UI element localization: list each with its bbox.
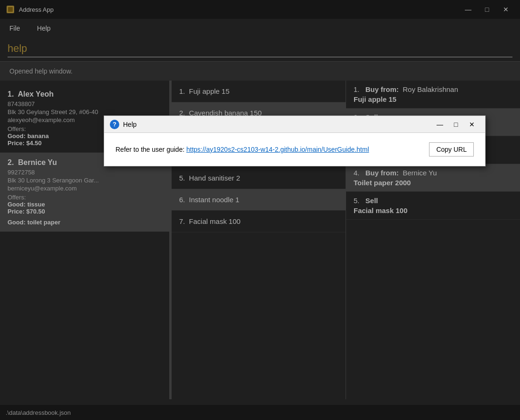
dialog-minimize-button[interactable]: — [432, 118, 447, 131]
dialog-maximize-button[interactable]: □ [448, 118, 463, 131]
dialog-text: Refer to the user guide: https://ay1920s… [116, 146, 421, 153]
help-dialog: ? Help — □ ✕ Refer to the user guide: ht… [104, 115, 486, 166]
dialog-title-left: ? Help [110, 120, 137, 129]
dialog-overlay: ? Help — □ ✕ Refer to the user guide: ht… [0, 0, 520, 420]
dialog-body: Refer to the user guide: https://ay1920s… [104, 133, 485, 166]
help-icon: ? [110, 120, 119, 129]
dialog-title-bar: ? Help — □ ✕ [104, 116, 485, 133]
copy-url-button[interactable]: Copy URL [429, 142, 474, 156]
dialog-title: Help [123, 121, 137, 128]
dialog-close-button[interactable]: ✕ [464, 118, 479, 131]
dialog-link[interactable]: https://ay1920s2-cs2103-w14-2.github.io/… [186, 146, 369, 153]
dialog-prefix: Refer to the user guide: [116, 146, 186, 153]
dialog-controls: — □ ✕ [432, 118, 479, 131]
